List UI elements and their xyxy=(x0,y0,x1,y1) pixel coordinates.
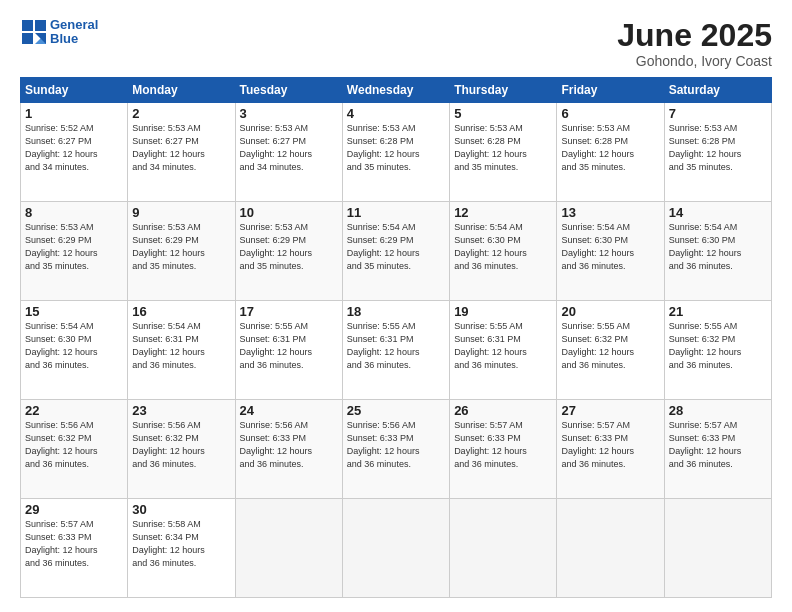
day-cell: 9Sunrise: 5:53 AM Sunset: 6:29 PM Daylig… xyxy=(128,202,235,301)
col-friday: Friday xyxy=(557,78,664,103)
col-saturday: Saturday xyxy=(664,78,771,103)
day-cell: 2Sunrise: 5:53 AM Sunset: 6:27 PM Daylig… xyxy=(128,103,235,202)
day-number: 18 xyxy=(347,304,445,319)
calendar-table: Sunday Monday Tuesday Wednesday Thursday… xyxy=(20,77,772,598)
day-number: 1 xyxy=(25,106,123,121)
day-cell: 14Sunrise: 5:54 AM Sunset: 6:30 PM Dayli… xyxy=(664,202,771,301)
day-number: 7 xyxy=(669,106,767,121)
day-info: Sunrise: 5:54 AM Sunset: 6:31 PM Dayligh… xyxy=(132,320,230,372)
day-info: Sunrise: 5:55 AM Sunset: 6:32 PM Dayligh… xyxy=(669,320,767,372)
day-number: 26 xyxy=(454,403,552,418)
day-number: 15 xyxy=(25,304,123,319)
col-sunday: Sunday xyxy=(21,78,128,103)
week-row-1: 1Sunrise: 5:52 AM Sunset: 6:27 PM Daylig… xyxy=(21,103,772,202)
day-info: Sunrise: 5:54 AM Sunset: 6:30 PM Dayligh… xyxy=(25,320,123,372)
day-info: Sunrise: 5:52 AM Sunset: 6:27 PM Dayligh… xyxy=(25,122,123,174)
day-info: Sunrise: 5:54 AM Sunset: 6:29 PM Dayligh… xyxy=(347,221,445,273)
day-info: Sunrise: 5:56 AM Sunset: 6:32 PM Dayligh… xyxy=(25,419,123,471)
day-info: Sunrise: 5:54 AM Sunset: 6:30 PM Dayligh… xyxy=(561,221,659,273)
day-cell: 25Sunrise: 5:56 AM Sunset: 6:33 PM Dayli… xyxy=(342,400,449,499)
day-info: Sunrise: 5:53 AM Sunset: 6:28 PM Dayligh… xyxy=(454,122,552,174)
svg-rect-0 xyxy=(22,20,33,31)
day-cell: 19Sunrise: 5:55 AM Sunset: 6:31 PM Dayli… xyxy=(450,301,557,400)
week-row-3: 15Sunrise: 5:54 AM Sunset: 6:30 PM Dayli… xyxy=(21,301,772,400)
day-cell: 29Sunrise: 5:57 AM Sunset: 6:33 PM Dayli… xyxy=(21,499,128,598)
page: General Blue June 2025 Gohondo, Ivory Co… xyxy=(0,0,792,612)
day-info: Sunrise: 5:53 AM Sunset: 6:28 PM Dayligh… xyxy=(561,122,659,174)
col-wednesday: Wednesday xyxy=(342,78,449,103)
day-info: Sunrise: 5:54 AM Sunset: 6:30 PM Dayligh… xyxy=(454,221,552,273)
day-number: 16 xyxy=(132,304,230,319)
day-info: Sunrise: 5:53 AM Sunset: 6:28 PM Dayligh… xyxy=(347,122,445,174)
day-number: 19 xyxy=(454,304,552,319)
day-cell: 27Sunrise: 5:57 AM Sunset: 6:33 PM Dayli… xyxy=(557,400,664,499)
logo: General Blue xyxy=(20,18,98,47)
day-number: 5 xyxy=(454,106,552,121)
day-cell: 21Sunrise: 5:55 AM Sunset: 6:32 PM Dayli… xyxy=(664,301,771,400)
day-number: 6 xyxy=(561,106,659,121)
col-thursday: Thursday xyxy=(450,78,557,103)
day-number: 13 xyxy=(561,205,659,220)
day-cell: 10Sunrise: 5:53 AM Sunset: 6:29 PM Dayli… xyxy=(235,202,342,301)
day-info: Sunrise: 5:53 AM Sunset: 6:27 PM Dayligh… xyxy=(240,122,338,174)
logo-general: General xyxy=(50,17,98,32)
day-info: Sunrise: 5:53 AM Sunset: 6:29 PM Dayligh… xyxy=(25,221,123,273)
day-info: Sunrise: 5:55 AM Sunset: 6:31 PM Dayligh… xyxy=(240,320,338,372)
day-cell: 13Sunrise: 5:54 AM Sunset: 6:30 PM Dayli… xyxy=(557,202,664,301)
day-cell: 24Sunrise: 5:56 AM Sunset: 6:33 PM Dayli… xyxy=(235,400,342,499)
day-info: Sunrise: 5:56 AM Sunset: 6:32 PM Dayligh… xyxy=(132,419,230,471)
week-row-2: 8Sunrise: 5:53 AM Sunset: 6:29 PM Daylig… xyxy=(21,202,772,301)
day-info: Sunrise: 5:57 AM Sunset: 6:33 PM Dayligh… xyxy=(669,419,767,471)
day-info: Sunrise: 5:56 AM Sunset: 6:33 PM Dayligh… xyxy=(240,419,338,471)
day-info: Sunrise: 5:56 AM Sunset: 6:33 PM Dayligh… xyxy=(347,419,445,471)
day-number: 17 xyxy=(240,304,338,319)
day-number: 23 xyxy=(132,403,230,418)
day-number: 2 xyxy=(132,106,230,121)
header: General Blue June 2025 Gohondo, Ivory Co… xyxy=(20,18,772,69)
day-cell xyxy=(557,499,664,598)
day-number: 25 xyxy=(347,403,445,418)
svg-rect-1 xyxy=(35,20,46,31)
day-cell: 5Sunrise: 5:53 AM Sunset: 6:28 PM Daylig… xyxy=(450,103,557,202)
day-cell: 26Sunrise: 5:57 AM Sunset: 6:33 PM Dayli… xyxy=(450,400,557,499)
day-cell: 28Sunrise: 5:57 AM Sunset: 6:33 PM Dayli… xyxy=(664,400,771,499)
day-cell: 7Sunrise: 5:53 AM Sunset: 6:28 PM Daylig… xyxy=(664,103,771,202)
day-info: Sunrise: 5:58 AM Sunset: 6:34 PM Dayligh… xyxy=(132,518,230,570)
day-cell xyxy=(664,499,771,598)
day-number: 12 xyxy=(454,205,552,220)
day-number: 22 xyxy=(25,403,123,418)
day-cell: 15Sunrise: 5:54 AM Sunset: 6:30 PM Dayli… xyxy=(21,301,128,400)
day-cell: 4Sunrise: 5:53 AM Sunset: 6:28 PM Daylig… xyxy=(342,103,449,202)
day-cell: 23Sunrise: 5:56 AM Sunset: 6:32 PM Dayli… xyxy=(128,400,235,499)
title-block: June 2025 Gohondo, Ivory Coast xyxy=(617,18,772,69)
day-cell: 20Sunrise: 5:55 AM Sunset: 6:32 PM Dayli… xyxy=(557,301,664,400)
col-tuesday: Tuesday xyxy=(235,78,342,103)
day-number: 20 xyxy=(561,304,659,319)
day-cell: 3Sunrise: 5:53 AM Sunset: 6:27 PM Daylig… xyxy=(235,103,342,202)
day-info: Sunrise: 5:55 AM Sunset: 6:31 PM Dayligh… xyxy=(347,320,445,372)
day-cell: 16Sunrise: 5:54 AM Sunset: 6:31 PM Dayli… xyxy=(128,301,235,400)
day-cell: 17Sunrise: 5:55 AM Sunset: 6:31 PM Dayli… xyxy=(235,301,342,400)
logo-text-block: General Blue xyxy=(50,18,98,47)
day-number: 24 xyxy=(240,403,338,418)
col-monday: Monday xyxy=(128,78,235,103)
day-cell: 1Sunrise: 5:52 AM Sunset: 6:27 PM Daylig… xyxy=(21,103,128,202)
day-cell: 11Sunrise: 5:54 AM Sunset: 6:29 PM Dayli… xyxy=(342,202,449,301)
day-cell xyxy=(235,499,342,598)
week-row-4: 22Sunrise: 5:56 AM Sunset: 6:32 PM Dayli… xyxy=(21,400,772,499)
logo-blue: Blue xyxy=(50,31,78,46)
day-info: Sunrise: 5:55 AM Sunset: 6:32 PM Dayligh… xyxy=(561,320,659,372)
day-number: 9 xyxy=(132,205,230,220)
day-number: 28 xyxy=(669,403,767,418)
day-info: Sunrise: 5:57 AM Sunset: 6:33 PM Dayligh… xyxy=(25,518,123,570)
day-cell: 22Sunrise: 5:56 AM Sunset: 6:32 PM Dayli… xyxy=(21,400,128,499)
day-cell xyxy=(450,499,557,598)
location: Gohondo, Ivory Coast xyxy=(617,53,772,69)
day-number: 3 xyxy=(240,106,338,121)
logo-icon xyxy=(20,18,48,46)
day-cell: 30Sunrise: 5:58 AM Sunset: 6:34 PM Dayli… xyxy=(128,499,235,598)
day-cell xyxy=(342,499,449,598)
week-row-5: 29Sunrise: 5:57 AM Sunset: 6:33 PM Dayli… xyxy=(21,499,772,598)
calendar-header-row: Sunday Monday Tuesday Wednesday Thursday… xyxy=(21,78,772,103)
day-number: 4 xyxy=(347,106,445,121)
